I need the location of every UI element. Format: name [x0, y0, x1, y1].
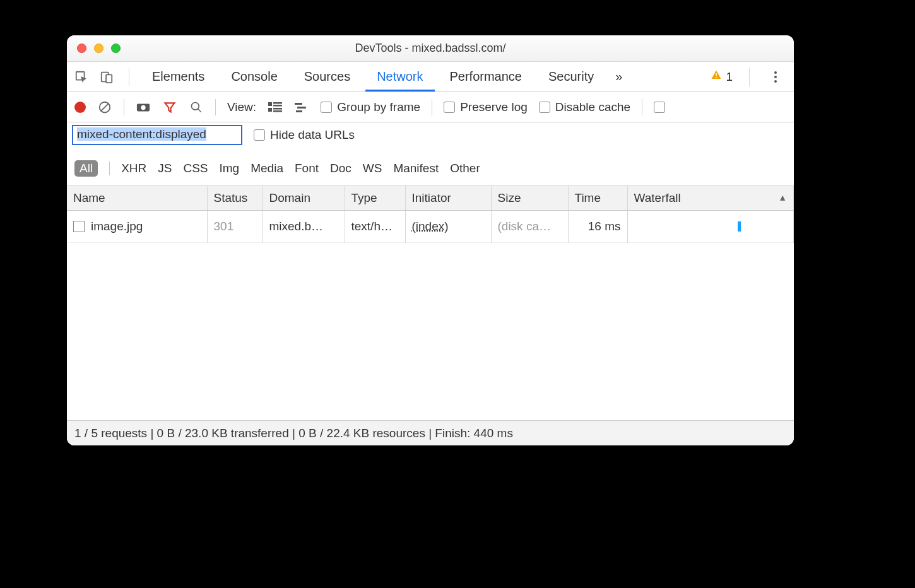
checkbox-icon [539, 102, 550, 113]
preserve-log-checkbox[interactable]: Preserve log [444, 100, 528, 114]
settings-menu-button[interactable] [766, 71, 785, 83]
col-domain[interactable]: Domain [263, 186, 345, 211]
separator [432, 99, 432, 115]
svg-rect-17 [295, 103, 302, 105]
cell-domain: mixed.b… [263, 211, 345, 243]
separator [129, 68, 129, 86]
filter-type-doc[interactable]: Doc [330, 162, 351, 175]
titlebar: DevTools - mixed.badssl.com/ [67, 35, 794, 62]
col-type[interactable]: Type [345, 186, 405, 211]
hide-data-urls-checkbox[interactable]: Hide data URLs [254, 128, 355, 142]
sort-asc-icon: ▲ [778, 192, 787, 203]
tab-network[interactable]: Network [365, 62, 434, 91]
checkbox-icon [254, 129, 265, 141]
svg-rect-13 [273, 105, 282, 107]
tab-sources[interactable]: Sources [293, 62, 362, 91]
col-waterfall[interactable]: Waterfall ▲ [627, 186, 794, 211]
cell-name: image.jpg [91, 220, 143, 233]
cell-status: 301 [207, 211, 263, 243]
table-row[interactable]: image.jpg 301 mixed.b… text/h… (index) (… [67, 211, 794, 243]
tab-performance[interactable]: Performance [439, 62, 534, 91]
col-size[interactable]: Size [491, 186, 568, 211]
search-icon[interactable] [189, 100, 204, 115]
filter-input[interactable]: mixed-content:displayed [72, 125, 242, 145]
cell-type: text/h… [345, 211, 405, 243]
overview-icon[interactable] [294, 100, 309, 115]
svg-line-6 [101, 103, 109, 111]
cell-initiator[interactable]: (index) [412, 220, 449, 233]
checkbox-icon [444, 102, 455, 113]
waterfall-bar [738, 221, 741, 232]
filter-type-xhr[interactable]: XHR [121, 162, 146, 175]
window-title: DevTools - mixed.badssl.com/ [67, 42, 794, 55]
filter-input-value: mixed-content:displayed [77, 127, 206, 141]
separator [124, 99, 124, 115]
record-button[interactable] [74, 102, 86, 113]
filter-type-img[interactable]: Img [220, 162, 240, 175]
svg-rect-3 [716, 73, 717, 76]
clear-icon[interactable] [97, 100, 112, 115]
warning-count: 1 [726, 70, 733, 84]
zoom-window-button[interactable] [111, 44, 121, 53]
svg-rect-15 [273, 108, 282, 110]
filter-type-other[interactable]: Other [450, 162, 480, 175]
cell-size: (disk ca… [491, 211, 568, 243]
device-toolbar-icon[interactable] [96, 66, 117, 88]
checkbox-label: Preserve log [460, 100, 528, 114]
filter-type-ws[interactable]: WS [363, 162, 382, 175]
svg-rect-14 [268, 108, 272, 112]
col-name[interactable]: Name [67, 186, 207, 211]
svg-rect-12 [273, 102, 282, 104]
checkbox-label: Disable cache [555, 100, 630, 114]
offline-checkbox-partial[interactable] [654, 102, 665, 113]
type-filters: All XHR JS CSS Img Media Font Doc WS Man… [72, 156, 789, 183]
group-by-frame-checkbox[interactable]: Group by frame [321, 100, 420, 114]
svg-point-9 [192, 102, 199, 110]
svg-rect-16 [273, 110, 282, 112]
tab-elements[interactable]: Elements [141, 62, 216, 91]
svg-point-8 [141, 105, 145, 109]
checkbox-label: Group by frame [337, 100, 420, 114]
large-rows-icon[interactable] [268, 100, 283, 115]
filter-type-manifest[interactable]: Manifest [393, 162, 439, 175]
col-initiator[interactable]: Initiator [405, 186, 491, 211]
filter-type-js[interactable]: JS [158, 162, 172, 175]
svg-rect-11 [268, 102, 272, 106]
separator [109, 162, 110, 175]
screenshots-icon[interactable] [136, 100, 151, 115]
filter-type-all[interactable]: All [74, 160, 98, 177]
network-toolbar: View: Group by frame Preserve log Disabl… [67, 92, 794, 122]
filter-type-media[interactable]: Media [251, 162, 283, 175]
devtools-window: DevTools - mixed.badssl.com/ Elements Co… [67, 35, 794, 445]
separator [642, 99, 642, 115]
table-header-row: Name Status Domain Type Initiator Size T… [67, 186, 794, 211]
tab-console[interactable]: Console [220, 62, 288, 91]
svg-line-10 [198, 109, 201, 112]
network-grid: Name Status Domain Type Initiator Size T… [67, 186, 794, 420]
filter-icon[interactable] [162, 100, 177, 115]
filter-type-font[interactable]: Font [295, 162, 319, 175]
status-text: 1 / 5 requests | 0 B / 23.0 KB transferr… [74, 426, 513, 440]
filter-type-css[interactable]: CSS [183, 162, 208, 175]
tabs-overflow-button[interactable]: » [609, 62, 629, 91]
checkbox-label: Hide data URLs [270, 128, 355, 142]
col-status[interactable]: Status [207, 186, 263, 211]
separator [215, 99, 216, 115]
warnings-indicator[interactable]: 1 [711, 69, 733, 84]
view-label: View: [227, 100, 256, 114]
svg-rect-4 [716, 77, 717, 78]
minimize-window-button[interactable] [94, 44, 103, 53]
col-time[interactable]: Time [568, 186, 627, 211]
window-controls [67, 44, 121, 53]
status-bar: 1 / 5 requests | 0 B / 23.0 KB transferr… [67, 420, 794, 445]
close-window-button[interactable] [77, 44, 86, 53]
disable-cache-checkbox[interactable]: Disable cache [539, 100, 630, 114]
separator [749, 68, 750, 86]
svg-rect-2 [106, 74, 112, 83]
svg-rect-18 [297, 107, 306, 109]
warning-icon [711, 69, 722, 84]
col-waterfall-label: Waterfall [634, 191, 681, 204]
tab-security[interactable]: Security [537, 62, 605, 91]
inspect-element-icon[interactable] [71, 66, 92, 88]
file-icon [73, 221, 85, 232]
